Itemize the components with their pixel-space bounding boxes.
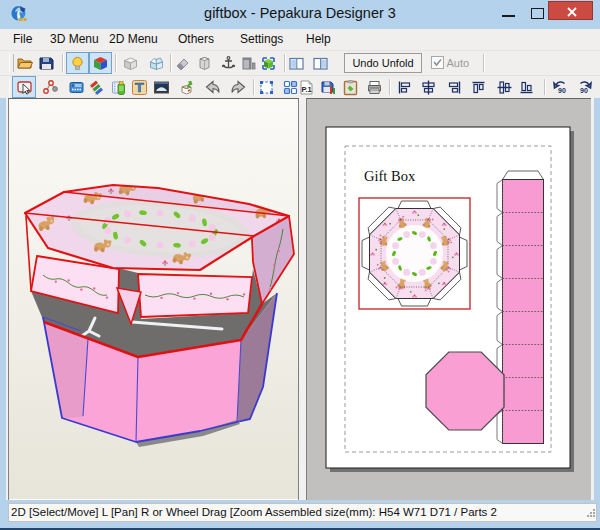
svg-text:90: 90: [558, 87, 566, 94]
svg-text:P.1: P.1: [301, 85, 311, 94]
svg-text:90: 90: [580, 87, 588, 94]
svg-text:Gift Box: Gift Box: [364, 168, 416, 184]
